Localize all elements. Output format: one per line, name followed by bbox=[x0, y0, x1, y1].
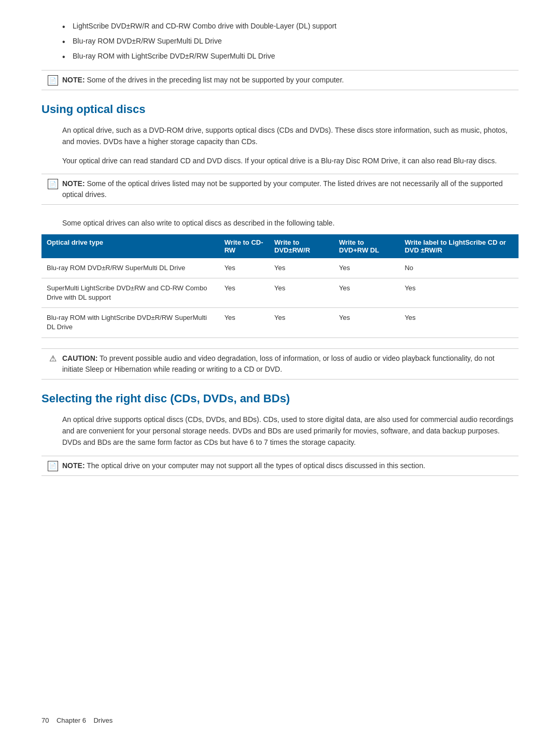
note-box-2: 📄 NOTE: Some of the optical drives liste… bbox=[41, 174, 519, 205]
bullet-item-1: LightScribe DVD±RW/R and CD-RW Combo dri… bbox=[62, 21, 519, 32]
section1-para2: Your optical drive can read standard CD … bbox=[41, 155, 519, 166]
chapter-label: Chapter 6 bbox=[57, 716, 86, 724]
col-header-lightscribe: Write label to LightScribe CD or DVD ±RW… bbox=[399, 234, 519, 258]
caution-text: CAUTION: To prevent possible audio and v… bbox=[62, 353, 512, 375]
note-text-2: NOTE: Some of the optical drives listed … bbox=[62, 178, 512, 200]
section2-title: Selecting the right disc (CDs, DVDs, and… bbox=[41, 392, 519, 405]
note-icon-2: 📄 bbox=[48, 179, 58, 189]
drive-2-dvd-rw: Yes bbox=[269, 278, 334, 307]
table-row: SuperMulti LightScribe DVD±RW and CD-RW … bbox=[41, 278, 519, 307]
table-header-row: Optical drive type Write to CD-RW Write … bbox=[41, 234, 519, 258]
drive-3-dvd-rw-dl: Yes bbox=[334, 308, 400, 338]
drive-name-1: Blu-ray ROM DVD±R/RW SuperMulti DL Drive bbox=[41, 258, 219, 278]
bullet-item-3: Blu-ray ROM with LightScribe DVD±R/RW Su… bbox=[62, 51, 519, 62]
drive-3-lightscribe: Yes bbox=[399, 308, 519, 338]
col-header-dvd-rw-dl: Write to DVD+RW DL bbox=[334, 234, 400, 258]
section2-para1: An optical drive supports optical discs … bbox=[41, 414, 519, 448]
caution-box: ⚠ CAUTION: To prevent possible audio and… bbox=[41, 348, 519, 379]
note-icon-1: 📄 bbox=[48, 75, 58, 86]
section1-para1: An optical drive, such as a DVD-ROM driv… bbox=[41, 124, 519, 148]
table-row: Blu-ray ROM DVD±R/RW SuperMulti DL Drive… bbox=[41, 258, 519, 278]
section1-title: Using optical discs bbox=[41, 103, 519, 116]
note-label-1: NOTE: Some of the drives in the precedin… bbox=[62, 75, 344, 86]
bullet-item-2: Blu-ray ROM DVD±R/RW SuperMulti DL Drive bbox=[62, 36, 519, 47]
drive-name-2: SuperMulti LightScribe DVD±RW and CD-RW … bbox=[41, 278, 219, 307]
drive-3-cd-rw: Yes bbox=[219, 308, 269, 338]
section-label: Drives bbox=[93, 716, 113, 724]
col-header-cd-rw: Write to CD-RW bbox=[219, 234, 269, 258]
note-icon-3: 📄 bbox=[48, 461, 58, 471]
drive-1-lightscribe: No bbox=[399, 258, 519, 278]
table-row: Blu-ray ROM with LightScribe DVD±R/RW Su… bbox=[41, 308, 519, 338]
bullet-list: LightScribe DVD±RW/R and CD-RW Combo dri… bbox=[41, 21, 519, 62]
drive-1-dvd-rw-dl: Yes bbox=[334, 258, 400, 278]
drive-2-lightscribe: Yes bbox=[399, 278, 519, 307]
drive-2-cd-rw: Yes bbox=[219, 278, 269, 307]
drive-1-cd-rw: Yes bbox=[219, 258, 269, 278]
col-header-drive-type: Optical drive type bbox=[41, 234, 219, 258]
drive-1-dvd-rw: Yes bbox=[269, 258, 334, 278]
page-footer: 70 Chapter 6 Drives bbox=[41, 716, 113, 724]
note-text-3: NOTE: The optical drive on your computer… bbox=[62, 460, 425, 471]
col-header-dvd-rw: Write to DVD±RW/R bbox=[269, 234, 334, 258]
drive-name-3: Blu-ray ROM with LightScribe DVD±R/RW Su… bbox=[41, 308, 219, 338]
page-number: 70 bbox=[41, 716, 49, 724]
optical-drives-table: Optical drive type Write to CD-RW Write … bbox=[41, 234, 519, 338]
note-box-3: 📄 NOTE: The optical drive on your comput… bbox=[41, 456, 519, 476]
drive-3-dvd-rw: Yes bbox=[269, 308, 334, 338]
caution-icon: ⚠ bbox=[48, 354, 58, 364]
drive-2-dvd-rw-dl: Yes bbox=[334, 278, 400, 307]
table-intro: Some optical drives can also write to op… bbox=[41, 217, 519, 229]
note-box-1: 📄 NOTE: Some of the drives in the preced… bbox=[41, 70, 519, 90]
